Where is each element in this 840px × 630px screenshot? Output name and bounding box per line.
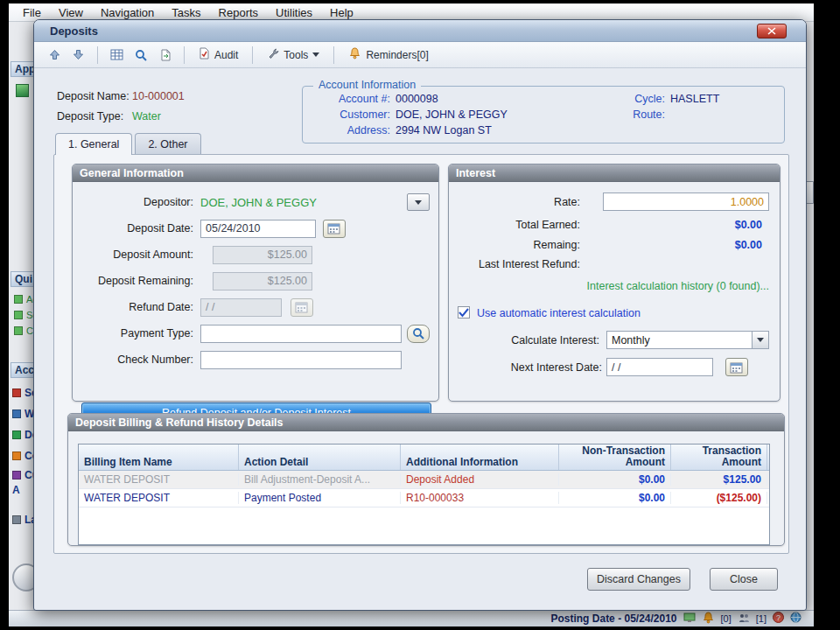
cycle-value: HASLETT (670, 93, 719, 105)
deposit-amount-label: Deposit Amount: (81, 248, 193, 261)
refund-date-input: / / (200, 298, 282, 317)
deposits-dialog: Deposits Audit Tools (33, 19, 807, 611)
status-bar: Posting Date - 05/24/2010 [0] [1] ? (9, 610, 814, 626)
cycle-label: Cycle: (592, 93, 665, 105)
tab-other[interactable]: 2. Other (135, 133, 200, 154)
last-interest-refund-label: Last Interest Refund: (449, 258, 580, 270)
chevron-down-icon (312, 52, 319, 57)
next-interest-date-input[interactable]: / / (606, 358, 713, 376)
reminders-label: Reminders[0] (366, 49, 428, 61)
rate-input[interactable]: 1.0000 (603, 192, 769, 211)
total-earned-label: Total Earned: (449, 219, 580, 231)
col-non-transaction-amount[interactable]: Non-Transaction Amount (559, 444, 671, 470)
menu-view[interactable]: View (50, 4, 92, 21)
export-icon[interactable] (154, 45, 177, 66)
cell-txn: $125.00 (671, 473, 767, 486)
history-table: Billing Item Name Action Detail Addition… (78, 444, 770, 545)
menu-file[interactable]: File (14, 4, 50, 21)
tab-general[interactable]: 1. General (55, 133, 132, 155)
globe-icon[interactable] (790, 612, 802, 626)
interest-group: Interest Rate: 1.0000 Total Earned: $0.0… (448, 164, 780, 402)
payment-type-input[interactable] (200, 325, 402, 343)
menu-reports[interactable]: Reports (210, 4, 268, 21)
auto-interest-label: Use automatic interest calculation (477, 307, 640, 319)
menu-navigation[interactable]: Navigation (92, 4, 163, 21)
cell-info: R10-000033 (401, 492, 559, 504)
interest-header: Interest (449, 164, 780, 182)
reminders-bell-icon (348, 47, 361, 62)
deposit-amount-input: $125.00 (213, 246, 312, 264)
calculate-interest-select[interactable]: Monthly (606, 331, 769, 349)
close-button[interactable]: Close (710, 568, 778, 591)
customer-value: DOE, JOHN & PEGGY (396, 108, 508, 121)
refund-date-value: / / (206, 301, 214, 313)
payment-type-row: Payment Type: (73, 320, 438, 346)
general-info-header: General Information (73, 164, 438, 182)
sidebar-item-2[interactable]: W (12, 408, 34, 420)
down-arrow-icon[interactable] (67, 45, 90, 66)
bullet-icon (14, 326, 23, 335)
sidebar-item-6[interactable]: A (12, 484, 20, 496)
next-interest-date-calendar-icon[interactable] (725, 358, 748, 376)
menu-utilities[interactable]: Utilities (267, 4, 321, 21)
col-transaction-amount[interactable]: Transaction Amount (671, 444, 767, 470)
app-shortcut-icon[interactable] (16, 84, 29, 97)
depositor-label: Depositor: (81, 196, 193, 208)
auto-interest-checkbox[interactable] (458, 306, 470, 318)
check-number-input[interactable] (200, 351, 402, 369)
deposit-date-calendar-icon[interactable] (323, 220, 346, 238)
deposit-remaining-input: $125.00 (213, 272, 312, 290)
menu-tasks[interactable]: Tasks (163, 4, 209, 21)
cell-action: Bill Adjustment-Deposit A... (239, 473, 401, 486)
cell-txn: ($125.00) (671, 492, 767, 504)
account-number-label: Account #: (303, 93, 390, 105)
route-label: Route: (592, 108, 665, 121)
search-icon[interactable] (130, 45, 152, 66)
up-arrow-icon[interactable] (43, 45, 66, 66)
posting-date-text: Posting Date - 05/24/2010 (550, 612, 676, 625)
close-icon[interactable] (757, 24, 787, 38)
user-count: [1] (756, 613, 766, 624)
depositor-dropdown-button[interactable] (407, 193, 430, 211)
refund-date-label: Refund Date: (81, 301, 193, 313)
payment-type-search-icon[interactable] (407, 325, 430, 343)
col-action-detail[interactable]: Action Detail (239, 444, 401, 470)
toolbar-separator (97, 46, 98, 64)
toolbar-separator (184, 46, 185, 64)
calculate-interest-label: Calculate Interest: (449, 334, 599, 346)
discard-changes-button[interactable]: Discard Changes (587, 568, 690, 591)
deposit-date-label: Deposit Date: (81, 222, 193, 234)
reminders-button[interactable]: Reminders[0] (341, 45, 435, 66)
dialog-title: Deposits (41, 24, 98, 38)
bell-icon[interactable] (702, 612, 715, 626)
check-number-row: Check Number: (73, 346, 438, 373)
dialog-toolbar: Audit Tools Reminders[0] (34, 42, 806, 68)
tab-bar: 1. General 2. Other (55, 133, 204, 155)
cell-non-txn: $0.00 (559, 492, 671, 504)
account-info-title: Account Information (313, 79, 421, 91)
interest-history-link[interactable]: Interest calculation history (0 found)..… (501, 280, 769, 292)
total-earned-value: $0.00 (603, 219, 762, 231)
monitor-icon[interactable] (683, 612, 696, 626)
menu-help[interactable]: Help (321, 4, 362, 21)
refund-date-row: Refund Date: / / (73, 294, 438, 320)
rate-value: 1.0000 (731, 196, 764, 208)
dialog-titlebar[interactable]: Deposits (34, 20, 806, 42)
audit-label: Audit (214, 49, 238, 61)
audit-button[interactable]: Audit (192, 45, 245, 66)
tools-button[interactable]: Tools (260, 45, 326, 66)
item-icon (12, 388, 21, 397)
chevron-down-icon (415, 200, 422, 205)
table-row[interactable]: WATER DEPOSIT Bill Adjustment-Deposit A.… (79, 471, 769, 489)
table-row[interactable]: WATER DEPOSIT Payment Posted R10-000033 … (79, 489, 769, 508)
col-additional-info[interactable]: Additional Information (401, 444, 559, 470)
help-icon[interactable]: ? (773, 612, 784, 626)
deposit-date-input[interactable]: 05/24/2010 (200, 220, 316, 238)
col-billing-item[interactable]: Billing Item Name (79, 444, 239, 470)
grid-icon[interactable] (105, 45, 128, 66)
depositor-value: DOE, JOHN & PEGGY (200, 196, 407, 209)
chevron-down-icon (752, 332, 768, 348)
general-info-group: General Information Depositor: DOE, JOHN… (72, 164, 439, 402)
users-icon[interactable] (738, 612, 750, 626)
history-group: Deposit Billing & Refund History Details… (67, 413, 785, 546)
